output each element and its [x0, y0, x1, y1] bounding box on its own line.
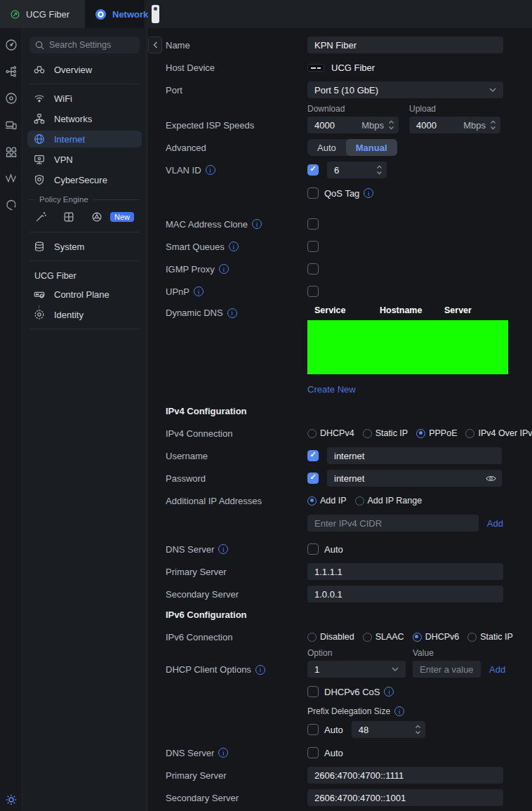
- radio-slaac[interactable]: SLAAC: [363, 632, 404, 642]
- vlan-info-icon[interactable]: [206, 165, 215, 175]
- radio-ipv4-over-ipv6[interactable]: IPv4 Over IPv6: [465, 428, 532, 438]
- radios-icon[interactable]: [4, 171, 18, 185]
- radio-static-ip[interactable]: Static IP: [363, 428, 408, 438]
- radio-disabled[interactable]: Disabled: [307, 632, 354, 642]
- dashboard-icon[interactable]: [4, 38, 18, 52]
- dhcpv6-cos-info-icon[interactable]: [384, 687, 394, 697]
- prefix-delegation-info-icon[interactable]: [394, 706, 404, 716]
- download-speed-stepper[interactable]: Mbps: [307, 117, 399, 133]
- sidebar-item-networks[interactable]: Networks: [27, 110, 142, 127]
- radio-add-ip-range[interactable]: Add IP Range: [355, 496, 423, 506]
- dynamic-dns-info-icon[interactable]: [227, 308, 237, 318]
- mac-clone-checkbox[interactable]: [307, 218, 319, 230]
- dns4-secondary-input[interactable]: [307, 586, 503, 602]
- tab-network[interactable]: Network: [85, 0, 145, 28]
- topology-icon[interactable]: [4, 65, 18, 79]
- radio-dhcpv4[interactable]: DHCPv4: [307, 428, 354, 438]
- advanced-manual-segment[interactable]: Manual: [346, 139, 397, 156]
- username-checkbox[interactable]: [307, 450, 319, 461]
- vlan-id-input[interactable]: [327, 165, 376, 176]
- grid-icon[interactable]: [62, 211, 75, 223]
- dns4-primary-input[interactable]: [307, 563, 503, 580]
- clients-icon[interactable]: [4, 118, 18, 132]
- search-placeholder: Search Settings: [49, 40, 111, 50]
- vlan-id-stepper[interactable]: [327, 161, 387, 178]
- sidebar-item-label: Internet: [54, 134, 85, 145]
- cube-icon[interactable]: [91, 211, 103, 223]
- prefix-size-stepper[interactable]: [352, 721, 425, 738]
- sidebar-item-system[interactable]: System: [27, 238, 142, 255]
- upload-speed-input[interactable]: [409, 120, 463, 131]
- smart-queues-info-icon[interactable]: [229, 242, 239, 251]
- add-ip-link[interactable]: Add: [487, 518, 503, 529]
- tab-console[interactable]: UCG Fiber: [0, 0, 85, 28]
- sidebar-item-label: Control Plane: [54, 289, 109, 300]
- vlan-checkbox[interactable]: [307, 164, 319, 176]
- prefix-size-input[interactable]: [352, 725, 415, 735]
- dns6-primary-input[interactable]: [307, 767, 503, 784]
- dns4-auto-checkbox[interactable]: [307, 543, 319, 555]
- apps-icon[interactable]: [4, 145, 18, 159]
- radio-pppoe[interactable]: PPPoE: [416, 428, 457, 438]
- stepper-arrows-icon[interactable]: [376, 165, 383, 175]
- wand-icon[interactable]: [34, 211, 47, 223]
- dhcp-client-options-info-icon[interactable]: [255, 665, 265, 675]
- insights-icon[interactable]: [4, 198, 18, 212]
- port-select[interactable]: Port 5 (10 GbE): [307, 81, 503, 98]
- sidebar-item-wifi[interactable]: WiFi: [27, 90, 142, 107]
- mac-clone-info-icon[interactable]: [252, 219, 262, 229]
- stepper-arrows-icon[interactable]: [415, 725, 421, 734]
- radio-add-ip[interactable]: Add IP: [307, 496, 347, 506]
- settings-icon[interactable]: [4, 793, 18, 807]
- sidebar-item-cybersecure[interactable]: CyberSecure: [27, 171, 142, 188]
- upload-speed-stepper[interactable]: Mbps: [409, 117, 500, 133]
- password-checkbox[interactable]: [307, 473, 319, 484]
- upnp-checkbox[interactable]: [307, 286, 319, 297]
- igmp-proxy-checkbox[interactable]: [307, 263, 319, 275]
- name-input[interactable]: [307, 37, 503, 53]
- download-unit: Mbps: [361, 120, 384, 131]
- host-device-label: Host Device: [166, 62, 307, 73]
- sidebar-item-control-plane[interactable]: Control Plane: [27, 286, 142, 303]
- dns6-info-icon[interactable]: [218, 748, 228, 758]
- additional-ip-label: Additional IP Addresses: [166, 496, 307, 506]
- advanced-label: Advanced: [166, 143, 307, 153]
- username-input[interactable]: [327, 447, 502, 464]
- advanced-auto-segment[interactable]: Auto: [307, 139, 346, 156]
- dhcp-option-value-input[interactable]: [413, 661, 481, 678]
- dhcpv6-cos-checkbox[interactable]: [307, 686, 319, 697]
- sidebar-item-overview[interactable]: Overview: [27, 61, 142, 78]
- collapse-sidebar-button[interactable]: [148, 37, 162, 53]
- radio-static-ipv6[interactable]: Static IP: [467, 632, 513, 642]
- igmp-proxy-info-icon[interactable]: [219, 264, 229, 274]
- stepper-arrows-icon[interactable]: [490, 120, 496, 130]
- dns6-auto-checkbox[interactable]: [307, 747, 319, 758]
- sidebar-item-internet[interactable]: Internet: [27, 131, 142, 147]
- policy-engine-section-label: Policy Engine: [29, 195, 140, 204]
- eye-icon[interactable]: [486, 475, 496, 482]
- prefix-auto-checkbox[interactable]: [307, 724, 319, 735]
- sidebar-item-identity[interactable]: Identity: [27, 306, 142, 323]
- radio-dhcpv6[interactable]: DHCPv6: [413, 632, 460, 642]
- ipv4-connection-radio-group: DHCPv4 Static IP PPPoE IPv4 Over IPv6: [307, 428, 532, 438]
- sidebar-item-vpn[interactable]: VPN: [27, 151, 142, 168]
- qos-info-icon[interactable]: [364, 188, 373, 198]
- search-input[interactable]: Search Settings: [29, 37, 140, 53]
- download-speed-input[interactable]: [307, 120, 361, 131]
- ipv4-cidr-input[interactable]: [307, 515, 479, 532]
- policy-engine-shortcuts: New: [27, 205, 142, 226]
- console-device-thumbnail[interactable]: [152, 5, 159, 23]
- dhcp-option-add-link[interactable]: Add: [489, 664, 505, 675]
- dhcp-option-select[interactable]: 1: [307, 661, 406, 678]
- stepper-arrows-icon[interactable]: [388, 120, 394, 130]
- qos-tag-checkbox[interactable]: [307, 187, 319, 199]
- dns4-info-icon[interactable]: [218, 544, 228, 554]
- ipv6-connection-label: IPv6 Connection: [166, 632, 307, 642]
- smart-queues-checkbox[interactable]: [307, 241, 319, 252]
- password-input[interactable]: [327, 470, 502, 487]
- upnp-info-icon[interactable]: [194, 286, 204, 296]
- create-new-link[interactable]: Create New: [307, 384, 508, 395]
- tab-console-label: UCG Fiber: [26, 9, 69, 20]
- devices-icon[interactable]: [4, 91, 18, 105]
- dns6-secondary-input[interactable]: [307, 789, 503, 806]
